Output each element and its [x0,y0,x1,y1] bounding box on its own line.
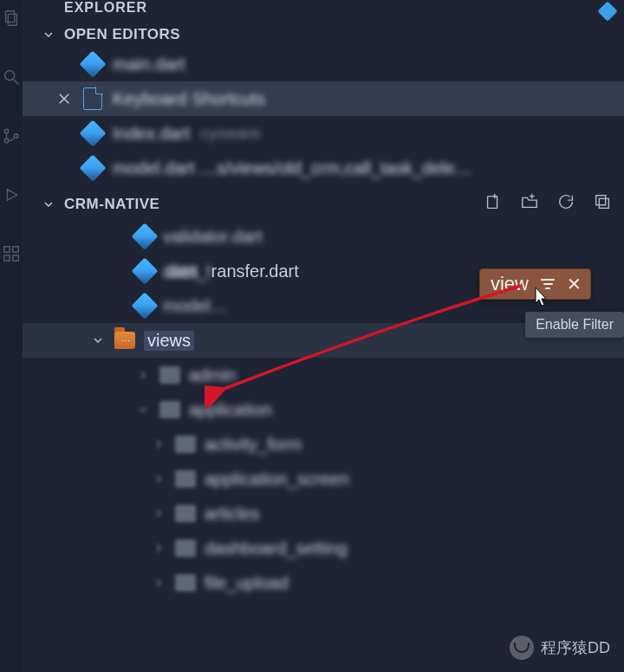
folder-icon [175,470,196,488]
dart-icon [131,223,158,249]
new-folder-icon[interactable] [520,192,539,216]
svg-point-5 [4,139,9,143]
folder-icon [159,366,180,384]
extensions-icon[interactable] [0,242,23,265]
tree-folder[interactable]: dashboard_setting [23,531,624,565]
tree-folder[interactable]: file_upload [23,565,624,600]
svg-rect-15 [488,197,497,209]
open-editors-list: main.dart Keyboard Shortcuts Index.dart … [23,47,624,185]
chevron-down-icon [135,403,151,417]
filter-tooltip: Enable Filter [525,312,624,338]
tree-file[interactable]: validator.dart [23,219,624,254]
filter-chip[interactable]: view ✕ [479,268,591,300]
editor-item[interactable]: model.dart …s/views/old_crm,call_task_de… [23,151,624,185]
chevron-down-icon [42,28,55,42]
folder-icon [175,436,196,453]
project-actions [484,192,612,216]
folder-icon [175,505,196,522]
source-control-icon[interactable] [0,125,23,147]
tree-folder[interactable]: activity_form [23,427,624,462]
svg-rect-0 [6,11,15,23]
new-file-icon[interactable] [484,192,503,216]
corner-icon [598,2,617,21]
folder-open-icon [114,332,135,349]
chevron-right-icon [151,507,166,520]
svg-rect-20 [596,196,606,205]
dart-icon [131,257,158,284]
chevron-right-icon [135,368,151,382]
svg-marker-7 [7,190,16,201]
svg-point-2 [5,71,15,81]
filter-icon[interactable] [541,279,555,289]
svg-line-3 [14,80,19,85]
close-icon[interactable]: ✕ [567,274,582,294]
editor-item[interactable]: Keyboard Shortcuts [23,81,624,116]
project-header[interactable]: CRM-NATIVE [23,189,624,219]
filter-text: view [491,273,529,295]
dart-icon [79,120,106,146]
svg-rect-8 [4,247,10,252]
svg-point-4 [4,129,9,133]
activity-bar [0,0,23,672]
chevron-right-icon [151,576,166,590]
svg-rect-10 [4,255,10,261]
files-icon[interactable] [0,7,23,29]
explorer-sidebar: EXPLORER OPEN EDITORS main.dart Keyboard… [23,0,624,672]
svg-rect-9 [13,247,18,252]
svg-rect-1 [8,14,16,25]
tree-folder[interactable]: articles [23,496,624,531]
folder-icon [175,574,196,591]
svg-rect-21 [599,198,608,208]
svg-rect-11 [13,255,18,261]
svg-point-6 [14,134,18,139]
dart-icon [79,154,106,181]
collapse-icon[interactable] [593,192,612,216]
project-label: CRM-NATIVE [64,196,159,213]
refresh-icon[interactable] [556,192,575,216]
tree-folder[interactable]: application_screen [23,462,624,496]
tree-folder[interactable]: application [23,392,624,427]
wechat-icon [510,636,534,660]
tree-folder[interactable]: admin [23,358,624,392]
search-icon[interactable] [0,66,23,88]
chevron-down-icon [42,197,55,211]
svg-rect-12 [598,2,617,21]
watermark: 程序猿DD [510,636,610,660]
sidebar-title: EXPLORER [64,0,147,16]
editor-item[interactable]: main.dart [23,47,624,81]
open-editors-label: OPEN EDITORS [64,26,180,43]
file-icon [83,87,102,110]
dart-icon [131,292,158,319]
close-icon[interactable] [54,91,75,107]
dart-icon [79,50,106,77]
chevron-right-icon [151,541,166,555]
folder-icon [159,401,180,418]
debug-icon[interactable] [0,184,23,206]
chevron-right-icon [151,437,166,451]
editor-item[interactable]: Index.dart cysware [23,116,624,151]
chevron-down-icon [90,333,106,347]
chevron-right-icon [151,472,166,486]
open-editors-header[interactable]: OPEN EDITORS [23,23,624,47]
folder-icon [175,540,196,557]
